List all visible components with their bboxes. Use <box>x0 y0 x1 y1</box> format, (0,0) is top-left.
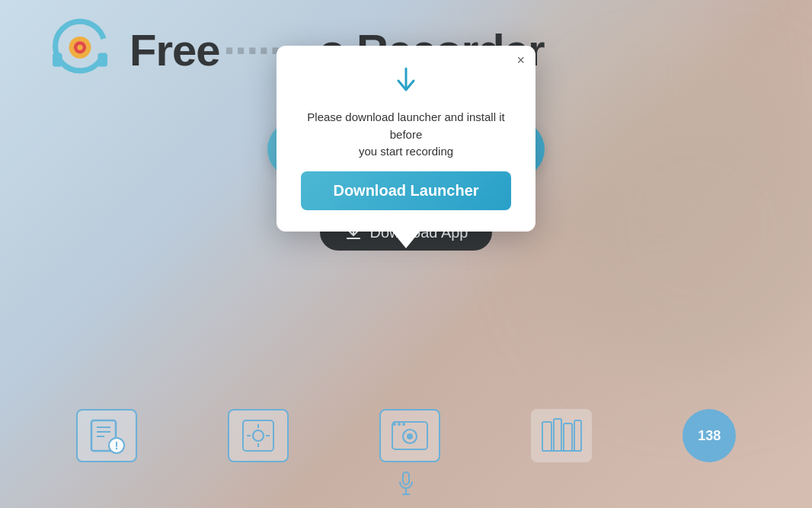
launcher-modal: × Please download launcher and install i… <box>277 46 535 232</box>
download-launcher-button[interactable]: Download Launcher <box>301 171 511 210</box>
modal-close-button[interactable]: × <box>516 53 525 67</box>
modal-message: Please download launcher and install it … <box>301 109 511 161</box>
modal-overlay: × Please download launcher and install i… <box>0 0 812 508</box>
modal-download-icon <box>395 67 417 98</box>
